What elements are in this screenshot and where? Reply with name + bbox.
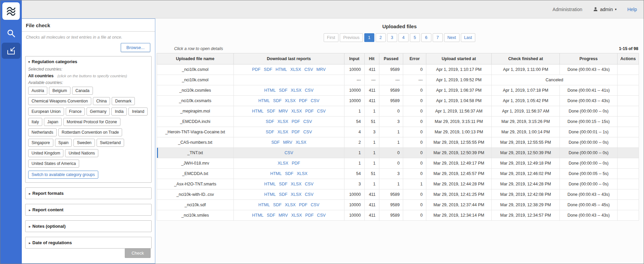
country-button-germany[interactable]: Germany (87, 107, 110, 116)
page-7[interactable]: 7 (433, 33, 443, 42)
report-link-xlsx[interactable]: XLSX (285, 203, 296, 207)
table-row-jwh-018-mrv[interactable]: _JWH-018.mrvXLSXPDF1100Mar 29, 2019, 12:… (157, 158, 639, 169)
page-4[interactable]: 4 (398, 33, 409, 42)
report-link-mrv[interactable]: MRV (316, 67, 326, 72)
report-link-html[interactable]: HTML (258, 98, 270, 103)
report-link-csv[interactable]: CSV (303, 130, 312, 134)
report-link-sdf[interactable]: SDF (279, 88, 287, 93)
report-link-csv[interactable]: CSV (303, 119, 312, 124)
report-link-csv[interactable]: CSV (317, 109, 326, 114)
section-notes-optional[interactable]: ▸Notes (optional) (25, 220, 152, 232)
browse-button[interactable]: Browse... (121, 43, 150, 52)
help-link[interactable]: Help (627, 7, 637, 12)
report-link-pdf[interactable]: PDF (291, 119, 300, 124)
section-date-of-regulations[interactable]: ▸Date of regulations (25, 237, 152, 249)
country-button-united-nations[interactable]: United Nations (65, 149, 98, 157)
country-button-ireland[interactable]: Ireland (128, 107, 148, 116)
table-row-mepirapim-mol[interactable]: _mepirapim.molHTMLSDFMRVXLSXPDFCSV1100Ap… (157, 106, 639, 117)
country-button-netherlands[interactable]: Netherlands (28, 128, 57, 136)
report-link-pdf[interactable]: PDF (291, 130, 300, 134)
page-next[interactable]: Next (444, 33, 460, 42)
page-last[interactable]: Last (461, 33, 476, 42)
report-link-html[interactable]: HTML (264, 192, 276, 197)
table-row-tnt-txt[interactable]: _TNT.txtCSV1100Mar 29, 2019, 12:50:39 PM… (157, 148, 639, 158)
report-link-html[interactable]: HTML (258, 203, 270, 207)
user-menu[interactable]: admin ▾ (593, 7, 616, 12)
report-link-xlsx[interactable]: XLSX (296, 140, 306, 145)
report-link-sdf[interactable]: SDF (267, 109, 275, 114)
report-link-sdf[interactable]: SDF (279, 182, 287, 186)
report-link-pdf[interactable]: PDF (305, 109, 314, 114)
country-button-chemical-weapons-convention[interactable]: Chemical Weapons Convention (28, 97, 91, 105)
report-link-pdf[interactable]: PDF (305, 213, 314, 218)
page-6[interactable]: 6 (421, 33, 431, 42)
report-link-csv[interactable]: CSV (317, 213, 326, 218)
country-button-spain[interactable]: Spain (55, 139, 72, 147)
report-link-pdf[interactable]: PDF (252, 67, 261, 72)
report-link-csv[interactable]: CSV (311, 98, 319, 103)
report-link-sdf[interactable]: SDF (285, 171, 293, 176)
report-link-xlsx[interactable]: XLSX (285, 98, 296, 103)
section-report-content[interactable]: ▸Report content (25, 204, 152, 216)
table-row-nci10k-with-id-csv[interactable]: _nci10k-with-ID..csvHTMLSDFXLSXCSV100004… (157, 189, 639, 200)
page-5[interactable]: 5 (410, 33, 420, 42)
page-1[interactable]: 1 (364, 33, 374, 42)
country-button-belgium[interactable]: Belgium (49, 87, 70, 95)
country-button-rotterdam-convention-on-trade[interactable]: Rotterdam Convention on Trade (58, 128, 122, 136)
report-link-html[interactable]: HTML (270, 171, 282, 176)
country-button-european-union[interactable]: European Union (28, 107, 64, 116)
report-link-xlsx[interactable]: XLSX (277, 130, 288, 134)
section-report-formats[interactable]: ▸Report formats (25, 187, 152, 199)
country-button-china[interactable]: China (93, 97, 110, 105)
report-link-csv[interactable]: CSV (305, 192, 314, 197)
administration-link[interactable]: Administration (552, 7, 582, 12)
app-logo[interactable] (2, 2, 20, 20)
report-link-csv[interactable]: CSV (284, 150, 293, 155)
report-link-html[interactable]: HTML (252, 109, 264, 114)
report-link-pdf[interactable]: PDF (292, 161, 300, 166)
page-3[interactable]: 3 (387, 33, 397, 42)
table-row-heroin-tnt-viagra-cocaine-txt[interactable]: _Heroin-TNT-Viagra-Cocaine.txtSDFXLSXPDF… (157, 127, 639, 137)
report-link-sdf[interactable]: SDF (267, 213, 275, 218)
report-link-xlsx[interactable]: XLSX (278, 161, 288, 166)
report-link-sdf[interactable]: SDF (273, 203, 281, 207)
country-button-denmark[interactable]: Denmark (112, 97, 135, 105)
regulation-categories-header[interactable]: ▾Regulation categories (28, 59, 149, 64)
country-button-singapore[interactable]: Singapore (28, 139, 53, 147)
report-link-html[interactable]: HTML (276, 67, 287, 72)
country-button-switzerland[interactable]: Switzerland (97, 139, 124, 147)
table-row-emcdda-inchi[interactable]: _EMCDDA.inchiSDFXLSXPDFCSV545130Mar 29, … (157, 117, 639, 127)
report-link-mrv[interactable]: MRV (283, 140, 292, 145)
country-button-montreal-protocol-for-ozone[interactable]: Montreal Protocol for Ozone (63, 118, 120, 126)
country-button-japan[interactable]: Japan (44, 118, 62, 126)
report-link-mrv[interactable]: MRV (279, 213, 288, 218)
report-link-xlsx[interactable]: XLSX (291, 192, 302, 197)
report-link-html[interactable]: HTML (264, 88, 276, 93)
report-link-mrv[interactable]: MRV (279, 109, 288, 114)
table-row-nci10k-csmol[interactable]: _nci10k.csmol------------Apr 1, 2019, 1:… (157, 75, 639, 85)
country-button-sweden[interactable]: Sweden (73, 139, 95, 147)
country-button-austria[interactable]: Austria (28, 87, 47, 95)
country-button-canada[interactable]: Canada (72, 87, 93, 95)
report-link-sdf[interactable]: SDF (279, 192, 287, 197)
report-link-pdf[interactable]: PDF (299, 98, 307, 103)
report-link-xlsx[interactable]: XLSX (297, 171, 308, 176)
table-row-nci10k-sdf[interactable]: _nci10k.sdfHTMLSDFXLSXPDFCSV100004119589… (157, 200, 639, 210)
table-row-nci10k-smiles[interactable]: _nci10k.smilesHTMLSDFMRVXLSXPDFCSV100004… (157, 210, 639, 221)
table-row-emcdda-txt[interactable]: _EMCDDA.txtHTMLSDFXLSX545130Mar 29, 2019… (157, 169, 639, 179)
report-link-sdf[interactable]: SDF (264, 67, 272, 72)
report-link-sdf[interactable]: SDF (266, 119, 274, 124)
report-link-xlsx[interactable]: XLSX (291, 182, 302, 186)
report-link-sdf[interactable]: SDF (271, 140, 280, 145)
report-link-xlsx[interactable]: XLSX (291, 88, 302, 93)
report-link-sdf[interactable]: SDF (266, 130, 274, 134)
report-link-xlsx[interactable]: XLSX (291, 109, 302, 114)
report-link-html[interactable]: HTML (252, 213, 264, 218)
report-link-xlsx[interactable]: XLSX (291, 213, 302, 218)
country-button-united-kingdom[interactable]: United Kingdom (28, 149, 63, 157)
table-row-cas-numbers-txt[interactable]: _CAS-numbers.txtSDFMRVXLSX2110Mar 29, 20… (157, 137, 639, 148)
table-row-nci10k-csmol[interactable]: _nci10k.csmolPDFSDFHTMLXLSXCSVMRV1000041… (157, 64, 639, 75)
report-link-xlsx[interactable]: XLSX (277, 119, 288, 124)
report-link-csv[interactable]: CSV (311, 203, 319, 207)
table-row-nci10k-cxsmiles[interactable]: _nci10k.cxsmilesHTMLSDFXLSXCSV1000041195… (157, 85, 639, 96)
